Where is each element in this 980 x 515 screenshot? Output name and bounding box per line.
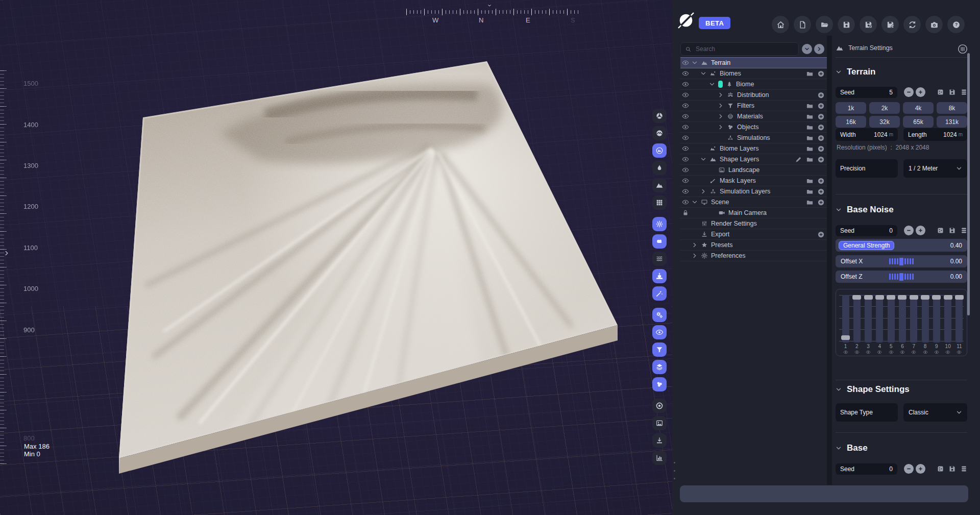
- octave-slider-track[interactable]: [955, 295, 963, 342]
- seed-decrement-button[interactable]: [904, 226, 914, 235]
- reload-button[interactable]: [903, 16, 921, 33]
- octave-slider-handle[interactable]: [944, 295, 952, 300]
- eye-icon[interactable]: [854, 350, 860, 355]
- folder-icon[interactable]: [806, 145, 814, 153]
- folder-icon[interactable]: [806, 156, 814, 163]
- chev-down-icon[interactable]: [692, 60, 698, 66]
- outliner-row-landscape[interactable]: Landscape: [680, 165, 827, 176]
- octave-slider-track[interactable]: [865, 295, 872, 342]
- chev-right-icon[interactable]: [718, 113, 724, 119]
- outliner-row-materials[interactable]: Materials: [680, 111, 827, 122]
- section-terrain[interactable]: Terrain: [836, 67, 875, 77]
- octave-slider-handle[interactable]: [864, 295, 873, 300]
- expand-panel-icon[interactable]: [3, 249, 10, 257]
- width-field[interactable]: Width 1024 m: [836, 128, 898, 141]
- octave-slider-handle[interactable]: [887, 295, 895, 300]
- tool-environment-button[interactable]: [652, 234, 667, 249]
- section-shape-settings[interactable]: Shape Settings: [836, 384, 910, 395]
- resolution-65k-button[interactable]: 65k: [903, 116, 934, 128]
- outliner-row-distribution[interactable]: Distribution: [680, 90, 827, 101]
- tool-record-button[interactable]: [652, 399, 667, 413]
- stack-icon[interactable]: [960, 88, 968, 96]
- search-input[interactable]: [695, 45, 783, 53]
- octave-slider-track[interactable]: [899, 295, 906, 342]
- octave-slider-handle[interactable]: [910, 295, 918, 300]
- eye-icon[interactable]: [682, 81, 689, 88]
- octave-slider-track[interactable]: [944, 295, 951, 342]
- folder-icon[interactable]: [806, 199, 814, 206]
- eye-icon[interactable]: [682, 188, 689, 195]
- seed-increment-button[interactable]: [916, 464, 925, 474]
- eye-icon[interactable]: [682, 102, 689, 109]
- scrub-handle-icon[interactable]: [889, 273, 914, 281]
- eye-icon[interactable]: [900, 350, 905, 355]
- plus-circle-icon[interactable]: [817, 188, 825, 195]
- tool-filters-button[interactable]: [652, 342, 667, 357]
- octave-slider-handle[interactable]: [852, 295, 861, 300]
- tool-export-terrain-button[interactable]: [652, 269, 667, 283]
- offset-z-slider[interactable]: Offset Z 0.00: [836, 271, 967, 283]
- folder-icon[interactable]: [806, 134, 814, 142]
- dice-icon[interactable]: [937, 227, 944, 234]
- outliner-row-biome-layers[interactable]: Biome Layers: [680, 143, 827, 154]
- eye-icon[interactable]: [877, 350, 882, 355]
- stack-icon[interactable]: [960, 227, 968, 234]
- resolution-2k-button[interactable]: 2k: [869, 102, 900, 114]
- eye-icon[interactable]: [957, 350, 962, 355]
- eye-icon[interactable]: [911, 350, 916, 355]
- collapse-all-button[interactable]: [802, 44, 812, 54]
- general-strength-slider[interactable]: General Strength 0.40: [836, 239, 967, 252]
- terrain-render[interactable]: [0, 0, 672, 515]
- eye-icon[interactable]: [682, 156, 689, 163]
- eye-icon[interactable]: [682, 124, 689, 131]
- octave-slider-handle[interactable]: [955, 295, 964, 300]
- resolution-4k-button[interactable]: 4k: [903, 102, 934, 114]
- octave-slider-track[interactable]: [922, 295, 929, 342]
- chev-right-icon[interactable]: [718, 103, 724, 109]
- folder-icon[interactable]: [806, 124, 814, 131]
- octave-slider-track[interactable]: [842, 295, 849, 342]
- outliner-row-mask-layers[interactable]: Mask Layers: [680, 176, 827, 186]
- chev-down-icon[interactable]: [700, 156, 706, 162]
- eye-icon[interactable]: [889, 350, 894, 355]
- folder-icon[interactable]: [806, 70, 814, 78]
- eye-icon[interactable]: [682, 177, 689, 184]
- octave-slider-track[interactable]: [853, 295, 861, 342]
- chev-right-icon[interactable]: [692, 242, 698, 248]
- precision-dropdown[interactable]: 1 / 2 Meter: [903, 159, 967, 178]
- tool-view-globe-button[interactable]: [652, 126, 667, 140]
- octave-slider-handle[interactable]: [921, 295, 929, 300]
- resolution-16k-button[interactable]: 16k: [836, 116, 866, 128]
- eye-icon[interactable]: [843, 350, 848, 355]
- eye-icon[interactable]: [934, 350, 939, 355]
- panel-resize-handle[interactable]: [673, 462, 676, 479]
- outliner-row-simulation-layers[interactable]: Simulation Layers: [680, 186, 827, 197]
- chev-right-icon[interactable]: [700, 188, 706, 194]
- length-field[interactable]: Length 1024 m: [903, 128, 967, 141]
- folder-icon[interactable]: [806, 188, 814, 195]
- outliner-row-biome[interactable]: Biome: [680, 79, 827, 90]
- shape-type-dropdown[interactable]: Classic: [903, 403, 967, 422]
- resolution-32k-button[interactable]: 32k: [869, 116, 900, 128]
- folder-icon[interactable]: [806, 102, 814, 110]
- tool-statistics-button[interactable]: [652, 451, 667, 465]
- chev-right-icon[interactable]: [718, 92, 724, 98]
- stack-icon[interactable]: [960, 465, 968, 473]
- octave-slider-track[interactable]: [933, 295, 940, 342]
- plus-circle-icon[interactable]: [817, 113, 825, 120]
- outliner-row-presets[interactable]: Presets: [680, 240, 827, 251]
- resolution-8k-button[interactable]: 8k: [937, 102, 967, 114]
- outliner-row-shape-layers[interactable]: Shape Layers: [680, 154, 827, 165]
- octave-slider-track[interactable]: [888, 295, 895, 342]
- plus-circle-icon[interactable]: [817, 70, 825, 78]
- lock-icon[interactable]: [682, 209, 689, 216]
- viewport-3d[interactable]: W N E S 150014001300120011001000900800 M…: [0, 0, 672, 515]
- dice-icon[interactable]: [937, 88, 944, 96]
- octave-slider-handle[interactable]: [841, 335, 850, 340]
- plus-circle-icon[interactable]: [817, 177, 825, 185]
- octave-slider-handle[interactable]: [875, 295, 884, 300]
- eye-icon[interactable]: [682, 91, 689, 99]
- plus-circle-icon[interactable]: [817, 156, 825, 163]
- tool-processing-button[interactable]: [652, 308, 667, 322]
- octave-slider-track[interactable]: [910, 295, 917, 342]
